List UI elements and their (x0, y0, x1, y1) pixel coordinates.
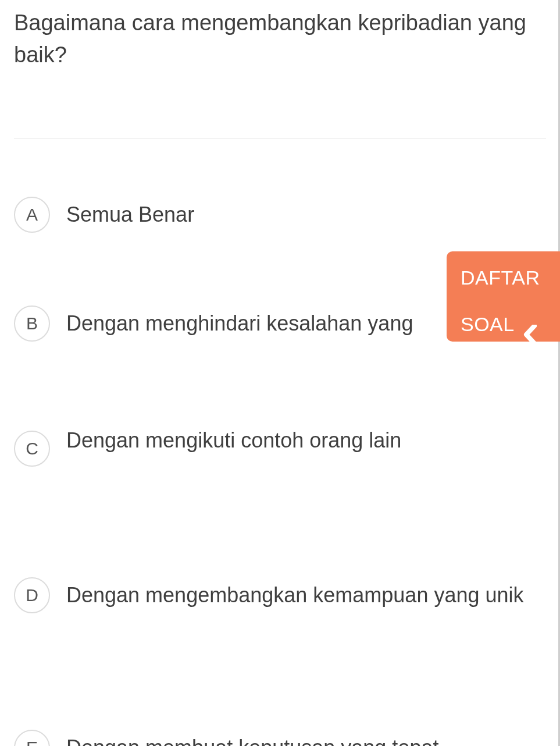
question-list-tab[interactable]: DAFTAR SOAL (447, 251, 560, 342)
tab-line1: DAFTAR (461, 262, 554, 293)
quiz-screen: Bagaimana cara mengembangkan kepribadian… (0, 0, 560, 746)
option-text: Dengan membuat keputusan yang tepat (66, 733, 438, 746)
option-text: Dengan mengikuti contoh orang lain (66, 426, 401, 455)
option-text: Dengan menghindari kesalahan yang (66, 309, 413, 338)
option-letter: A (14, 197, 50, 233)
tab-line2: SOAL (461, 308, 515, 340)
option-e[interactable]: E Dengan membuat keputusan yang tepat (14, 730, 546, 746)
option-text: Dengan mengembangkan kemampuan yang unik (66, 581, 524, 610)
option-d[interactable]: D Dengan mengembangkan kemampuan yang un… (14, 577, 546, 613)
option-text: Semua Benar (66, 200, 194, 229)
option-letter: E (14, 730, 50, 746)
option-a[interactable]: A Semua Benar (14, 197, 546, 233)
question-text: Bagaimana cara mengembangkan kepribadian… (0, 0, 560, 71)
option-letter: D (14, 577, 50, 613)
option-letter: B (14, 305, 50, 342)
option-letter: C (14, 431, 50, 467)
option-c[interactable]: C Dengan mengikuti contoh orang lain (14, 426, 546, 467)
tab-line2-row: SOAL (461, 308, 554, 340)
divider (14, 138, 546, 138)
